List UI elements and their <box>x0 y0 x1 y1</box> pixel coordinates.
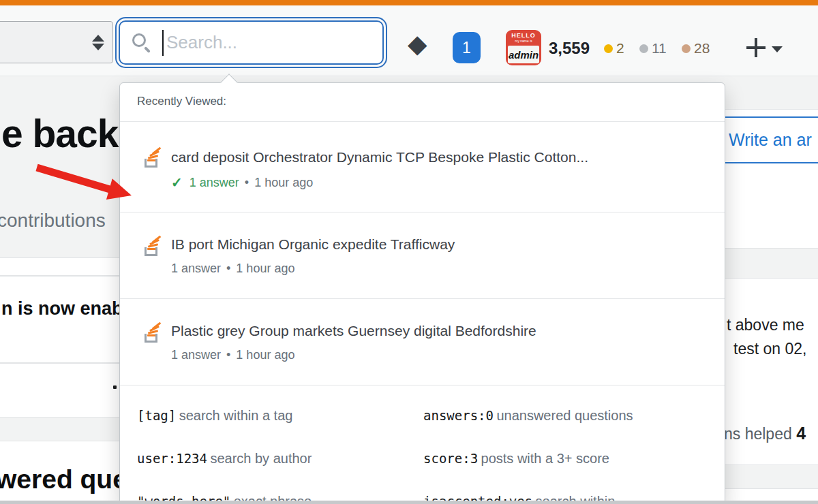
topbar-accent-bar <box>0 0 818 5</box>
bronze-badge-count: 28 <box>694 40 710 57</box>
avatar[interactable]: HELLO my name is admin <box>506 30 541 65</box>
silver-badge-group[interactable]: 11 <box>639 40 667 57</box>
search-tip: user:1234 search by author <box>137 449 423 469</box>
page: e back, contributions n is now enab were… <box>0 0 818 504</box>
avatar-sub-text: my name is <box>506 39 541 43</box>
search-tip: score:3 posts with a 3+ score <box>423 449 609 469</box>
recent-item[interactable]: Plastic grey Group markets Guernsey digi… <box>120 299 725 385</box>
viewport-bottom-edge <box>0 501 818 504</box>
search-icon <box>132 33 151 52</box>
answer-count: 1 answer <box>190 176 239 190</box>
meta-separator: • <box>226 348 230 362</box>
unfold-icon <box>92 35 104 50</box>
stackoverflow-question-icon <box>143 148 161 168</box>
tip-row: user:1234 search by author score:3 posts… <box>137 449 725 469</box>
answer-count: 1 answer <box>171 348 221 362</box>
bronze-badge-icon <box>682 44 691 53</box>
create-new-menu-button[interactable] <box>746 38 783 57</box>
search-dropdown: Recently Viewed: card deposit Orchestrat… <box>119 82 725 504</box>
silver-badge-icon <box>639 44 648 53</box>
gold-badge-count: 2 <box>616 40 624 57</box>
gold-badge-icon <box>604 44 613 53</box>
scope-select[interactable] <box>0 21 113 63</box>
answer-count: 1 answer <box>171 262 221 276</box>
tip-row: [tag] search within a tag answers:0 unan… <box>137 406 725 426</box>
avatar-name: admin <box>509 49 539 61</box>
question-title[interactable]: Plastic grey Group markets Guernsey digi… <box>171 321 704 341</box>
above-me-text-fragment: t above me <box>727 316 804 334</box>
helped-count: 4 <box>796 424 806 443</box>
enabled-text-fragment: n is now enab <box>1 298 123 319</box>
search-box[interactable] <box>119 20 384 65</box>
recent-item[interactable]: card deposit Orchestrator Dynamic TCP Be… <box>120 122 725 212</box>
welcome-heading-fragment: e back, <box>1 111 128 156</box>
test-date-text-fragment: test on 02, <box>733 340 806 358</box>
bronze-badge-group[interactable]: 28 <box>682 40 710 57</box>
question-time: 1 hour ago <box>236 348 294 362</box>
recently-viewed-header: Recently Viewed: <box>120 83 725 122</box>
write-article-link[interactable]: Write an ar <box>725 130 812 150</box>
reputation-count[interactable]: 3,559 <box>549 39 590 58</box>
helped-text-fragment: ns helped 4 <box>724 424 806 443</box>
write-article-box: Write an ar <box>725 116 818 163</box>
bg-card-enabled <box>0 276 121 363</box>
text-caret <box>162 30 164 56</box>
search-tip: answers:0 unanswered questions <box>423 406 633 426</box>
meta-separator: • <box>226 262 230 276</box>
stackoverflow-question-icon <box>143 323 161 343</box>
question-time: 1 hour ago <box>254 176 313 190</box>
topbar: ◆ 1 HELLO my name is admin 3,559 2 11 28 <box>0 5 818 76</box>
question-title[interactable]: IB port Michigan Organic expedite Traffi… <box>171 235 704 254</box>
bg-card-mid <box>0 363 121 418</box>
search-input[interactable] <box>165 31 369 54</box>
gold-badge-group[interactable]: 2 <box>604 40 624 57</box>
question-meta: ✓ 1 answer • 1 hour ago <box>171 174 704 191</box>
question-meta: 1 answer • 1 hour ago <box>171 262 704 276</box>
accepted-check-icon: ✓ <box>171 174 183 191</box>
recent-item[interactable]: IB port Michigan Organic expedite Traffi… <box>120 212 725 299</box>
question-time: 1 hour ago <box>236 262 294 276</box>
text-dot <box>113 385 117 389</box>
search-tips: [tag] search within a tag answers:0 unan… <box>120 385 725 504</box>
bg-card-strip <box>0 257 121 276</box>
plus-icon <box>746 38 766 57</box>
contributions-text-fragment: contributions <box>0 210 106 232</box>
question-title[interactable]: card deposit Orchestrator Dynamic TCP Be… <box>171 148 704 167</box>
avatar-name-wrap: admin <box>508 46 539 63</box>
inbox-count-badge[interactable]: 1 <box>453 32 481 63</box>
stackoverflow-question-icon <box>143 236 161 256</box>
moderator-diamond-icon[interactable]: ◆ <box>408 31 427 57</box>
search-tip: [tag] search within a tag <box>137 406 423 426</box>
question-meta: 1 answer • 1 hour ago <box>171 348 704 362</box>
silver-badge-count: 11 <box>652 40 667 57</box>
meta-separator: • <box>245 176 249 190</box>
avatar-hello-text: HELLO <box>506 30 541 39</box>
chevron-down-icon <box>772 46 783 52</box>
